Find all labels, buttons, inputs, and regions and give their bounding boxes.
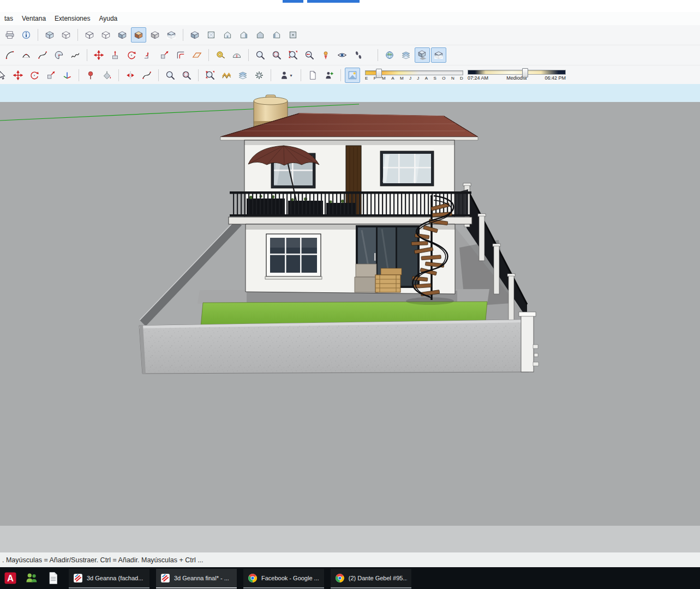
corner-post[interactable] bbox=[521, 315, 534, 372]
zoom-tool-button[interactable] bbox=[163, 68, 178, 83]
view-left-button[interactable] bbox=[269, 27, 284, 43]
wireframe-button[interactable] bbox=[82, 27, 97, 43]
translucent-button[interactable] bbox=[164, 27, 179, 43]
app-a-icon[interactable]: A bbox=[2, 569, 19, 587]
balcony-railing[interactable] bbox=[230, 189, 471, 217]
time-slider-track[interactable] bbox=[468, 70, 566, 75]
tape-icon bbox=[216, 50, 225, 60]
shadow-dialog-button[interactable] bbox=[345, 68, 360, 83]
hidden-line-button[interactable] bbox=[98, 27, 113, 43]
paint-bucket-button[interactable] bbox=[99, 68, 115, 83]
cube-fog-icon bbox=[166, 30, 176, 40]
view-right-button[interactable] bbox=[236, 27, 252, 43]
toolbar-grip bbox=[208, 49, 209, 61]
bezier-curve-button[interactable] bbox=[139, 68, 154, 83]
scale-button[interactable] bbox=[157, 47, 172, 63]
monochrome-button[interactable] bbox=[147, 27, 163, 43]
soften-edges-button[interactable] bbox=[219, 68, 234, 83]
toolbar-grip bbox=[248, 49, 249, 61]
view-bottom-button[interactable] bbox=[285, 27, 301, 43]
taskbar-button[interactable]: (2) Dante Gebel #95... bbox=[331, 569, 411, 588]
month-label: N bbox=[451, 76, 454, 81]
new-file-button[interactable] bbox=[305, 68, 320, 83]
section-plane-button[interactable] bbox=[189, 47, 205, 63]
date-slider-track[interactable] bbox=[365, 70, 463, 75]
taskbar-button[interactable]: Facebook - Google ... bbox=[243, 569, 324, 588]
position-camera-button[interactable] bbox=[318, 47, 333, 63]
time-slider-thumb[interactable] bbox=[522, 68, 528, 77]
zoom-selection-button[interactable] bbox=[202, 68, 218, 83]
back-edges-button[interactable] bbox=[58, 27, 74, 43]
lower-window[interactable] bbox=[265, 234, 322, 279]
rotate-icon bbox=[127, 50, 136, 60]
view-top-button[interactable] bbox=[204, 27, 219, 43]
shaded-with-textures-button[interactable] bbox=[131, 27, 146, 43]
modeling-viewport[interactable] bbox=[0, 84, 700, 526]
curve-button[interactable] bbox=[35, 47, 50, 63]
axes-button[interactable] bbox=[59, 68, 75, 83]
upper-right-window[interactable] bbox=[380, 151, 434, 186]
walk-button[interactable] bbox=[351, 47, 366, 63]
zoom-extents-button[interactable] bbox=[285, 47, 301, 63]
print-button[interactable] bbox=[2, 27, 17, 43]
zoom-window-tool-button[interactable] bbox=[179, 68, 194, 83]
shaded-button[interactable] bbox=[115, 27, 130, 43]
rotate-button[interactable] bbox=[124, 47, 139, 63]
component-person-button[interactable]: ▾ bbox=[275, 68, 297, 83]
app-notepad-icon[interactable] bbox=[44, 569, 62, 587]
shadow-date-slider: EFMAMJJASOND bbox=[365, 70, 463, 81]
menu-ayuda[interactable]: Ayuda bbox=[94, 13, 122, 24]
view-iso-button[interactable] bbox=[187, 27, 202, 43]
protractor-button[interactable] bbox=[229, 47, 244, 63]
x-ray-button[interactable] bbox=[42, 27, 57, 43]
freehand-button[interactable] bbox=[68, 47, 83, 63]
scale-stretch-button[interactable] bbox=[43, 68, 58, 83]
month-label: M bbox=[400, 76, 404, 81]
push-pull-button[interactable] bbox=[107, 47, 123, 63]
view-back-button[interactable] bbox=[253, 27, 268, 43]
flip-button[interactable] bbox=[123, 68, 138, 83]
shadows-toggle-button[interactable] bbox=[415, 47, 430, 63]
tape-measure-button[interactable] bbox=[213, 47, 228, 63]
select-button[interactable] bbox=[0, 68, 9, 83]
terrain-button[interactable] bbox=[398, 47, 414, 63]
section-icon bbox=[192, 50, 202, 60]
menu-tas[interactable]: tas bbox=[0, 13, 17, 24]
house-bottom-icon bbox=[288, 30, 298, 40]
menu-extensiones[interactable]: Extensiones bbox=[50, 13, 94, 24]
zoom-icon bbox=[165, 70, 175, 80]
app-people-icon[interactable] bbox=[23, 569, 40, 587]
look-around-button[interactable] bbox=[334, 47, 350, 63]
zoom-window-button[interactable] bbox=[269, 47, 284, 63]
zoom-previous-button[interactable] bbox=[302, 47, 317, 63]
model-info-button[interactable] bbox=[19, 27, 34, 43]
two-point-arc-button[interactable] bbox=[19, 47, 34, 63]
geo-location-button[interactable] bbox=[382, 47, 397, 63]
gear-icon bbox=[254, 70, 264, 80]
toolbar-row-2 bbox=[0, 45, 700, 65]
add-person-button[interactable] bbox=[321, 68, 337, 83]
taskbar-button[interactable]: 3d Geanna final* - ... bbox=[156, 569, 237, 588]
menu-ventana[interactable]: Ventana bbox=[17, 13, 50, 24]
month-label: A bbox=[425, 76, 428, 81]
styles-settings-button[interactable] bbox=[252, 68, 267, 83]
fog-toggle-button[interactable] bbox=[431, 47, 446, 63]
toolbar-grip bbox=[198, 69, 199, 81]
arc-button[interactable] bbox=[2, 47, 17, 63]
taskbar-button[interactable]: 3d Geanna (fachad... bbox=[69, 569, 149, 588]
move-button[interactable] bbox=[91, 47, 106, 63]
layers-manager-button[interactable] bbox=[235, 68, 250, 83]
zoom-button[interactable] bbox=[253, 47, 268, 63]
scale-icon bbox=[46, 70, 56, 80]
walk-icon bbox=[354, 50, 363, 60]
follow-me-button[interactable] bbox=[140, 47, 155, 63]
pie-button[interactable] bbox=[51, 47, 67, 63]
date-slider-thumb[interactable] bbox=[376, 69, 382, 78]
position-texture-button[interactable] bbox=[83, 68, 98, 83]
view-front-button[interactable] bbox=[220, 27, 235, 43]
toolbar-grip bbox=[118, 69, 119, 81]
app-people-icon bbox=[25, 572, 38, 585]
move-copy-button[interactable] bbox=[10, 68, 26, 83]
rotate-copy-button[interactable] bbox=[27, 68, 42, 83]
offset-button[interactable] bbox=[173, 47, 188, 63]
